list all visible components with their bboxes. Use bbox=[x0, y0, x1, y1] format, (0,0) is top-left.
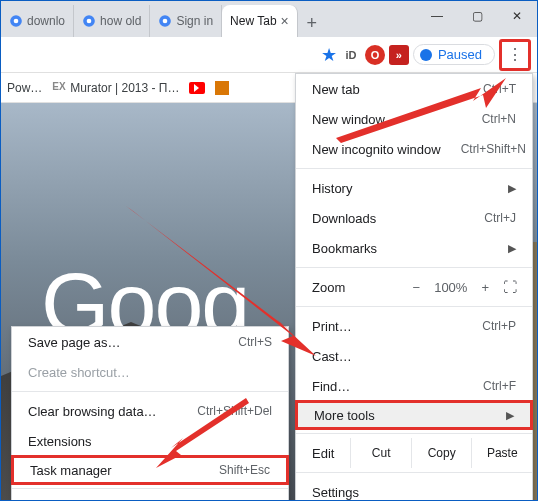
close-tab-icon[interactable]: × bbox=[281, 13, 289, 29]
svg-point-3 bbox=[87, 19, 92, 24]
menu-label: More tools bbox=[314, 408, 375, 423]
menu-history[interactable]: History▶ bbox=[296, 173, 532, 203]
toolbar: ★ iD O » Paused ⋮ bbox=[1, 37, 537, 73]
menu-shortcut: Ctrl+Shift+N bbox=[441, 142, 526, 156]
google-favicon bbox=[9, 14, 23, 28]
menu-separator bbox=[12, 391, 288, 392]
tab-label: Sign in bbox=[176, 14, 213, 28]
more-tools-submenu: Save page as…Ctrl+S Create shortcut… Cle… bbox=[11, 326, 289, 501]
menu-label: Bookmarks bbox=[312, 241, 377, 256]
menu-shortcut: Ctrl+N bbox=[462, 112, 516, 126]
edit-copy-button[interactable]: Copy bbox=[411, 438, 472, 468]
submenu-extensions[interactable]: Extensions bbox=[12, 426, 288, 456]
menu-label: Clear browsing data… bbox=[28, 404, 157, 419]
menu-label: New incognito window bbox=[312, 142, 441, 157]
tab-download[interactable]: downlo bbox=[1, 5, 74, 37]
menu-shortcut: Ctrl+F bbox=[463, 379, 516, 393]
menu-print[interactable]: Print…Ctrl+P bbox=[296, 311, 532, 341]
extension-ublock-icon[interactable]: O bbox=[365, 45, 385, 65]
svg-point-5 bbox=[163, 19, 168, 24]
bookmark-murator[interactable]: EX Murator | 2013 - П… bbox=[52, 81, 179, 95]
menu-label: Create shortcut… bbox=[28, 365, 130, 380]
menu-more-tools[interactable]: More tools▶ bbox=[295, 400, 533, 430]
menu-bookmarks[interactable]: Bookmarks▶ bbox=[296, 233, 532, 263]
submenu-save-page[interactable]: Save page as…Ctrl+S bbox=[12, 327, 288, 357]
new-tab-button[interactable]: + bbox=[298, 9, 326, 37]
bookmark-label: Pow… bbox=[7, 81, 42, 95]
submenu-task-manager[interactable]: Task managerShift+Esc bbox=[11, 455, 289, 485]
tab-signin[interactable]: Sign in bbox=[150, 5, 222, 37]
close-window-button[interactable]: ✕ bbox=[497, 1, 537, 31]
menu-cast[interactable]: Cast… bbox=[296, 341, 532, 371]
tab-label: how old bbox=[100, 14, 141, 28]
menu-separator bbox=[296, 433, 532, 434]
menu-label: History bbox=[312, 181, 352, 196]
menu-label: New window bbox=[312, 112, 385, 127]
menu-find[interactable]: Find…Ctrl+F bbox=[296, 371, 532, 401]
menu-separator bbox=[12, 488, 288, 489]
menu-shortcut: Ctrl+Shift+Del bbox=[177, 404, 272, 418]
menu-label: Settings bbox=[312, 485, 359, 500]
menu-label: New tab bbox=[312, 82, 360, 97]
menu-shortcut: Ctrl+T bbox=[463, 82, 516, 96]
menu-shortcut: Ctrl+S bbox=[218, 335, 272, 349]
submenu-dev-tools[interactable]: Developer toolsCtrl+Shift+I bbox=[12, 493, 288, 501]
tab-label: New Tab bbox=[230, 14, 276, 28]
fullscreen-icon[interactable]: ⛶ bbox=[503, 279, 516, 295]
profile-paused-button[interactable]: Paused bbox=[413, 44, 495, 65]
edit-cut-button[interactable]: Cut bbox=[350, 438, 411, 468]
tab-newtab[interactable]: New Tab × bbox=[222, 5, 298, 37]
submenu-create-shortcut[interactable]: Create shortcut… bbox=[12, 357, 288, 387]
extension-video-icon[interactable]: » bbox=[389, 45, 409, 65]
menu-label: Downloads bbox=[312, 211, 376, 226]
menu-separator bbox=[296, 168, 532, 169]
zoom-value: 100% bbox=[434, 280, 467, 295]
menu-zoom: Zoom − 100% + ⛶ bbox=[296, 272, 532, 302]
submenu-arrow-icon: ▶ bbox=[508, 182, 516, 195]
google-favicon bbox=[158, 14, 172, 28]
youtube-icon[interactable] bbox=[189, 82, 205, 94]
menu-label: Edit bbox=[296, 446, 350, 461]
menu-label: Task manager bbox=[30, 463, 112, 478]
menu-separator bbox=[296, 267, 532, 268]
menu-downloads[interactable]: DownloadsCtrl+J bbox=[296, 203, 532, 233]
menu-label: Zoom bbox=[312, 280, 345, 295]
window-controls: ― ▢ ✕ bbox=[417, 1, 537, 31]
bookmark-pow[interactable]: Pow… bbox=[7, 81, 42, 95]
menu-settings[interactable]: Settings bbox=[296, 477, 532, 501]
minimize-button[interactable]: ― bbox=[417, 1, 457, 31]
edit-paste-button[interactable]: Paste bbox=[471, 438, 532, 468]
menu-separator bbox=[296, 306, 532, 307]
submenu-arrow-icon: ▶ bbox=[506, 409, 514, 422]
menu-shortcut: Shift+Esc bbox=[199, 463, 270, 477]
menu-label: Save page as… bbox=[28, 335, 121, 350]
menu-new-window[interactable]: New windowCtrl+N bbox=[296, 104, 532, 134]
google-favicon bbox=[82, 14, 96, 28]
menu-label: Find… bbox=[312, 379, 350, 394]
kebab-menu-button[interactable]: ⋮ bbox=[503, 43, 527, 67]
titlebar: downlo how old Sign in New Tab × + ― ▢ ✕ bbox=[1, 1, 537, 37]
maximize-button[interactable]: ▢ bbox=[457, 1, 497, 31]
menu-label: Cast… bbox=[312, 349, 352, 364]
menu-new-tab[interactable]: New tabCtrl+T bbox=[296, 74, 532, 104]
menu-label: Extensions bbox=[28, 434, 92, 449]
bookmark-star-icon[interactable]: ★ bbox=[321, 44, 337, 66]
menu-separator bbox=[296, 472, 532, 473]
box-icon[interactable] bbox=[215, 81, 229, 95]
highlight-kebab: ⋮ bbox=[499, 39, 531, 71]
bookmark-label: Murator | 2013 - П… bbox=[70, 81, 179, 95]
submenu-arrow-icon: ▶ bbox=[508, 242, 516, 255]
menu-edit-row: Edit Cut Copy Paste bbox=[296, 438, 532, 468]
menu-label: Print… bbox=[312, 319, 352, 334]
menu-shortcut: Ctrl+J bbox=[464, 211, 516, 225]
tab-howold[interactable]: how old bbox=[74, 5, 150, 37]
submenu-clear-data[interactable]: Clear browsing data…Ctrl+Shift+Del bbox=[12, 396, 288, 426]
extension-idealo-icon[interactable]: iD bbox=[341, 45, 361, 65]
tab-label: downlo bbox=[27, 14, 65, 28]
zoom-out-button[interactable]: − bbox=[413, 280, 421, 295]
svg-point-1 bbox=[14, 19, 19, 24]
zoom-in-button[interactable]: + bbox=[481, 280, 489, 295]
bookmark-favicon: EX bbox=[52, 81, 66, 95]
menu-shortcut: Ctrl+P bbox=[462, 319, 516, 333]
menu-new-incognito[interactable]: New incognito windowCtrl+Shift+N bbox=[296, 134, 532, 164]
